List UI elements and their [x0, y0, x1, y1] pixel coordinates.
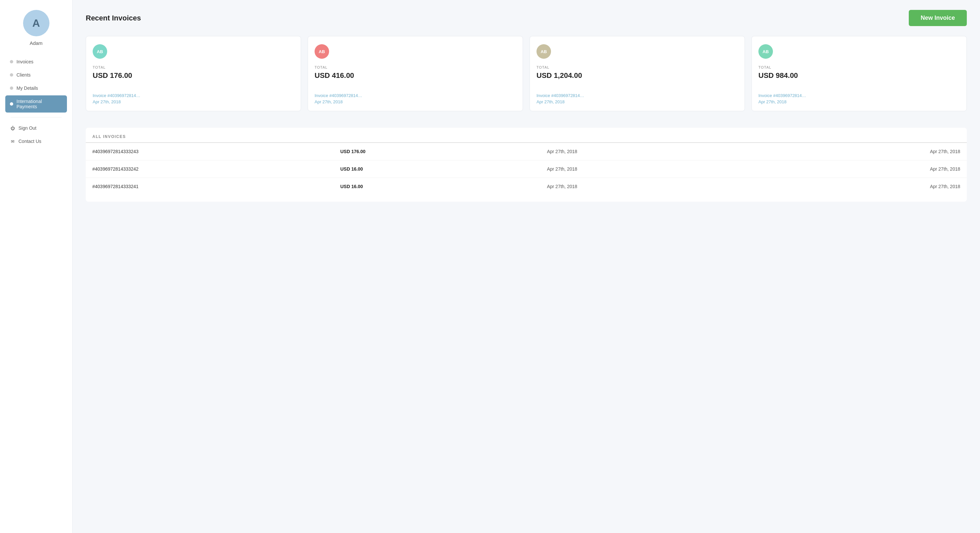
invoice-date1: Apr 27th, 2018 [547, 166, 754, 172]
sidebar-item-label: International Payments [16, 99, 62, 109]
all-invoices-section: ALL INVOICES #40396972814333243 USD 176.… [86, 128, 967, 202]
user-name-label: Adam [30, 40, 43, 46]
sidebar-item-signout[interactable]: ⏻ Sign Out [5, 122, 67, 134]
invoice-date1: Apr 27th, 2018 [547, 184, 754, 189]
card-total-amount: USD 176.00 [93, 71, 294, 80]
card-total-amount: USD 1,204.00 [536, 71, 738, 80]
card-total-amount: USD 416.00 [315, 71, 516, 80]
card-avatar: AB [315, 44, 329, 59]
table-row[interactable]: #40396972814333242 USD 16.00 Apr 27th, 2… [86, 160, 967, 178]
invoice-amount: USD 176.00 [340, 149, 547, 154]
sidebar-item-contact[interactable]: ✉ Contact Us [5, 135, 67, 147]
card-invoice-date: Apr 27th, 2018 [536, 99, 738, 104]
invoice-id: #40396972814333243 [92, 149, 340, 154]
sidebar-item-label: Invoices [16, 59, 33, 64]
sidebar-item-mydetails[interactable]: My Details [5, 82, 67, 94]
main-header: Recent Invoices New Invoice [86, 10, 967, 26]
sidebar-item-label: Sign Out [19, 125, 36, 131]
invoice-card[interactable]: AB TOTAL USD 984.00 Invoice #40396972814… [751, 36, 967, 111]
invoice-id: #40396972814333242 [92, 166, 340, 172]
mail-icon: ✉ [10, 139, 15, 144]
main-content: Recent Invoices New Invoice AB TOTAL USD… [73, 0, 980, 533]
invoice-card[interactable]: AB TOTAL USD 416.00 Invoice #40396972814… [308, 36, 523, 111]
invoice-id: #40396972814333241 [92, 184, 340, 189]
card-total-amount: USD 984.00 [759, 71, 960, 80]
invoice-card[interactable]: AB TOTAL USD 1,204.00 Invoice #403969728… [530, 36, 745, 111]
nav-menu: Invoices Clients My Details Internationa… [0, 56, 72, 147]
card-invoice-date: Apr 27th, 2018 [93, 99, 294, 104]
sidebar-item-invoices[interactable]: Invoices [5, 56, 67, 68]
sidebar: A Adam Invoices Clients My Details Inter… [0, 0, 73, 533]
table-row[interactable]: #40396972814333241 USD 16.00 Apr 27th, 2… [86, 178, 967, 195]
nav-divider [11, 117, 62, 118]
card-avatar: AB [759, 44, 773, 59]
card-total-label: TOTAL [759, 65, 960, 69]
invoices-table: #40396972814333243 USD 176.00 Apr 27th, … [86, 143, 967, 195]
invoice-cards: AB TOTAL USD 176.00 Invoice #40396972814… [86, 36, 967, 111]
card-invoice-date: Apr 27th, 2018 [759, 99, 960, 104]
invoice-date1: Apr 27th, 2018 [547, 149, 754, 154]
card-avatar: AB [93, 44, 107, 59]
table-row[interactable]: #40396972814333243 USD 176.00 Apr 27th, … [86, 143, 967, 160]
card-invoice-ref: Invoice #40396972814… [93, 93, 294, 98]
all-invoices-header: ALL INVOICES [86, 128, 967, 143]
card-invoice-ref: Invoice #40396972814… [536, 93, 738, 98]
nav-dot-invoices [10, 60, 13, 63]
avatar: A [23, 10, 49, 36]
sidebar-item-clients[interactable]: Clients [5, 69, 67, 81]
sidebar-item-label: Clients [16, 72, 31, 78]
invoice-amount: USD 16.00 [340, 166, 547, 172]
card-total-label: TOTAL [536, 65, 738, 69]
page-title: Recent Invoices [86, 14, 141, 22]
invoice-date2: Apr 27th, 2018 [754, 184, 960, 189]
signout-icon: ⏻ [10, 125, 15, 131]
sidebar-item-label: Contact Us [19, 139, 41, 144]
invoice-amount: USD 16.00 [340, 184, 547, 189]
sidebar-item-international-payments[interactable]: International Payments [5, 96, 67, 113]
card-total-label: TOTAL [315, 65, 516, 69]
card-invoice-ref: Invoice #40396972814… [759, 93, 960, 98]
sidebar-item-label: My Details [16, 86, 38, 91]
nav-dot-clients [10, 73, 13, 77]
new-invoice-button[interactable]: New Invoice [909, 10, 967, 26]
invoice-card[interactable]: AB TOTAL USD 176.00 Invoice #40396972814… [86, 36, 301, 111]
nav-dot-intl [10, 102, 13, 105]
card-invoice-ref: Invoice #40396972814… [315, 93, 516, 98]
card-avatar: AB [536, 44, 551, 59]
invoice-date2: Apr 27th, 2018 [754, 149, 960, 154]
nav-dot-mydetails [10, 86, 13, 90]
invoice-date2: Apr 27th, 2018 [754, 166, 960, 172]
card-invoice-date: Apr 27th, 2018 [315, 99, 516, 104]
card-total-label: TOTAL [93, 65, 294, 69]
